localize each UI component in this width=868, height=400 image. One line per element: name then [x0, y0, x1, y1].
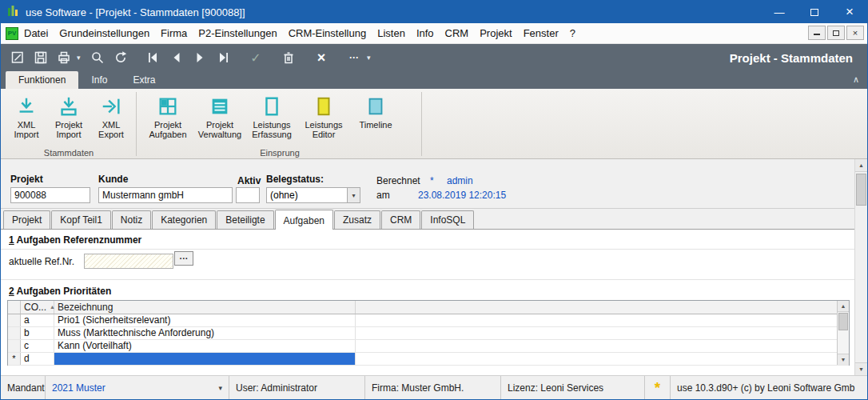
menu-info[interactable]: Info	[411, 24, 440, 42]
scroll-up-icon[interactable]: ▲	[855, 159, 867, 172]
menu-crm[interactable]: CRM	[440, 24, 475, 42]
refresh-button[interactable]	[110, 47, 131, 68]
menu-p2-einstellungen[interactable]: P2-Einstellungen	[193, 24, 282, 42]
record-header: Projekt Kunde Aktiv Belegstatus: (ohne) …	[1, 159, 867, 209]
projekt-field[interactable]	[10, 187, 90, 203]
table-row[interactable]: b Muss (Markttechnische Anforderung)	[8, 327, 849, 340]
delete-button[interactable]	[278, 47, 299, 68]
close-button[interactable]: ×	[832, 1, 867, 23]
leistungs-erfassung-button[interactable]: Leistungs Erfassung	[246, 92, 297, 145]
save-button[interactable]	[30, 47, 51, 68]
projekt-aufgaben-button[interactable]: Projekt Aufgaben	[142, 92, 193, 145]
scrollbar-thumb[interactable]	[856, 174, 866, 206]
ref-nr-field[interactable]	[84, 254, 173, 269]
cell-bezeichnung[interactable]: Kann (Vorteilhaft)	[54, 340, 356, 352]
tab-crm[interactable]: CRM	[381, 210, 420, 229]
tab-zusatz[interactable]: Zusatz	[334, 210, 380, 229]
menu-fenster[interactable]: Fenster	[518, 24, 564, 42]
cell-bezeichnung[interactable]: Muss (Markttechnische Anforderung)	[54, 327, 356, 339]
projekt-import-button[interactable]: Projekt Import	[48, 92, 90, 145]
maximize-button[interactable]	[797, 1, 832, 23]
cell-code[interactable]: a	[21, 314, 54, 326]
column-header-code[interactable]: CO... ▲	[21, 301, 54, 314]
menu-grundeinstellungen[interactable]: Grundeinstellungen	[54, 24, 155, 42]
ribbon-tab-extra[interactable]: Extra	[120, 71, 168, 89]
cell-bezeichnung[interactable]: Prio1 (Sicherheitsrelevant)	[54, 314, 356, 326]
aktiv-field[interactable]	[236, 187, 260, 203]
scrollbar-thumb[interactable]	[838, 313, 848, 330]
menu-listen[interactable]: Listen	[372, 24, 411, 42]
column-label: Bezeichnung	[58, 301, 113, 314]
kunde-field[interactable]	[98, 187, 233, 203]
minimize-button[interactable]: —	[762, 1, 797, 23]
prioritaeten-table: CO... ▲ Bezeichnung a Prio1 (Sicherheits…	[7, 300, 850, 366]
edit-button[interactable]	[7, 47, 28, 68]
mdi-restore-button[interactable]	[827, 26, 845, 40]
scroll-up-icon[interactable]: ▲	[838, 301, 849, 312]
table-row[interactable]: a Prio1 (Sicherheitsrelevant)	[8, 314, 849, 327]
nav-next-button[interactable]	[189, 47, 210, 68]
group-separator	[421, 92, 422, 156]
nav-next-icon	[192, 50, 208, 66]
tab-kopf-teil1[interactable]: Kopf Teil1	[51, 210, 110, 229]
tab-beteiligte[interactable]: Beteiligte	[217, 210, 273, 229]
projekt-verwaltung-button[interactable]: Projekt Verwaltung	[194, 92, 245, 145]
ribbon: XML Import Projekt Import XML Export Sta…	[1, 89, 867, 159]
main-scrollbar[interactable]: ▲ ▼	[854, 159, 867, 375]
page-tabstrip: Projekt Kopf Teil1 Notiz Kategorien Bete…	[1, 209, 854, 230]
ribbon-tab-funktionen[interactable]: Funktionen	[6, 71, 78, 89]
tab-infosql[interactable]: InfoSQL	[421, 210, 474, 229]
section-label: Aufgaben Referenznummer	[17, 234, 142, 246]
row-indicator-header	[8, 301, 21, 314]
belegstatus-select[interactable]: (ohne) ▾	[266, 187, 360, 203]
cancel-button[interactable]: ×	[311, 47, 332, 68]
tab-projekt[interactable]: Projekt	[3, 210, 50, 229]
ref-nr-browse-button[interactable]: ···	[174, 251, 193, 266]
xml-export-button[interactable]: XML Export	[90, 92, 132, 145]
mdi-minimize-button[interactable]	[808, 26, 826, 40]
chevron-down-icon[interactable]: ▾	[347, 188, 360, 202]
table-scrollbar[interactable]: ▲ ▼	[837, 301, 849, 365]
belegstatus-label: Belegstatus:	[266, 174, 324, 185]
divider	[1, 279, 854, 280]
ribbon-group-label: Stammdaten	[1, 148, 137, 158]
mdi-close-button[interactable]: ×	[846, 26, 864, 40]
mdi-window-controls: ×	[808, 26, 864, 40]
confirm-button[interactable]: ✓	[245, 47, 266, 68]
more-button[interactable]: ···	[344, 47, 364, 68]
scroll-down-icon[interactable]: ▼	[838, 354, 849, 365]
tab-kategorien[interactable]: Kategorien	[152, 210, 216, 229]
column-header-bezeichnung[interactable]: Bezeichnung	[54, 301, 356, 314]
menu-help[interactable]: ?	[564, 24, 581, 42]
scroll-down-icon[interactable]: ▼	[855, 362, 867, 375]
ribbon-tab-info[interactable]: Info	[78, 71, 120, 89]
tab-aufgaben[interactable]: Aufgaben	[275, 210, 333, 230]
xml-import-button[interactable]: XML Import	[6, 92, 47, 145]
print-button[interactable]	[54, 47, 74, 68]
cell-code[interactable]: d	[21, 353, 54, 365]
menu-projekt[interactable]: Projekt	[474, 24, 517, 42]
leistungs-editor-button[interactable]: Leistungs Editor	[298, 92, 349, 145]
table-row-new[interactable]: * d	[8, 353, 849, 366]
ribbon-collapse-icon[interactable]: ∧	[853, 74, 859, 85]
mandant-select[interactable]: 2021 Muster ▾	[46, 376, 229, 399]
timeline-button[interactable]: Timeline	[350, 92, 401, 145]
more-dropdown-icon[interactable]: ▾	[367, 54, 375, 62]
titlebar: use Software - [Projekt - Stammdaten [90…	[1, 1, 867, 23]
nav-prev-button[interactable]	[166, 47, 187, 68]
cell-code[interactable]: b	[21, 327, 54, 339]
cell-bezeichnung-selected[interactable]	[54, 353, 356, 365]
zoom-button[interactable]	[87, 47, 108, 68]
table-row[interactable]: c Kann (Vorteilhaft)	[8, 340, 849, 353]
menu-datei[interactable]: Datei	[18, 24, 54, 42]
menu-crm-einstellung[interactable]: CRM-Einstellung	[283, 24, 372, 42]
tab-notiz[interactable]: Notiz	[112, 210, 151, 229]
statusbar: Mandant 2021 Muster ▾ User: Administrato…	[1, 375, 867, 399]
ribbon-button-label: Timeline	[359, 120, 392, 130]
cell-code[interactable]: c	[21, 340, 54, 352]
nav-last-button[interactable]	[213, 47, 233, 68]
ribbon-group-stammdaten: XML Import Projekt Import XML Export Sta…	[1, 89, 137, 159]
nav-first-button[interactable]	[143, 47, 164, 68]
print-dropdown-icon[interactable]: ▾	[77, 54, 85, 62]
menu-firma[interactable]: Firma	[155, 24, 193, 42]
